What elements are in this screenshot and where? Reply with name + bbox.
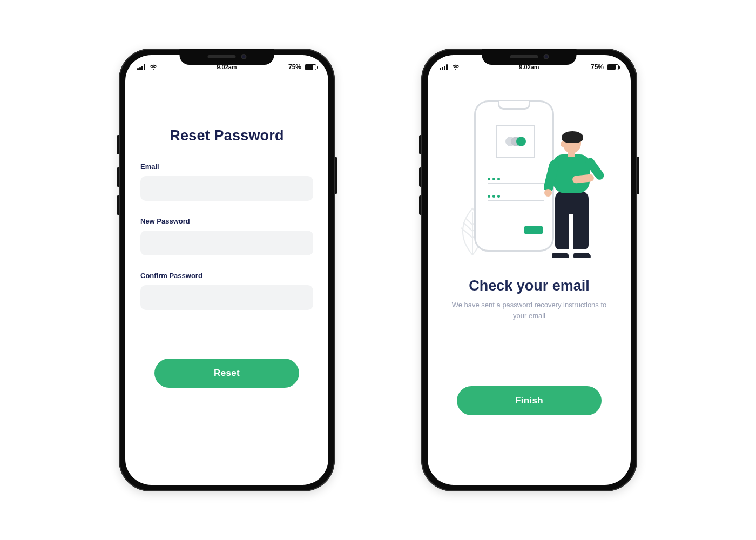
page-title: Reset Password [140,127,313,144]
battery-icon [305,64,316,70]
speaker-slot [510,55,538,58]
email-input[interactable] [140,176,313,201]
new-password-input[interactable] [140,231,313,255]
status-left [440,64,460,70]
speaker-slot [207,55,235,58]
person-illustration-icon [537,133,596,257]
confirm-password-input[interactable] [140,285,313,310]
confirm-password-label: Confirm Password [140,272,313,280]
device-frame-confirm: 9.02am 75% [421,49,637,491]
page-title: Check your email [443,278,616,294]
wifi-icon [150,64,157,70]
cellular-signal-icon [137,64,145,70]
field-email: Email [140,163,313,201]
screen-check-email: 9.02am 75% [428,55,631,485]
battery-icon [607,64,619,70]
battery-percentage: 75% [591,63,604,71]
device-frame-reset: 9.02am 75% Reset Password Email New Pass… [119,49,335,491]
battery-percentage: 75% [288,63,301,71]
new-password-label: New Password [140,217,313,225]
field-new-password: New Password [140,217,313,255]
wifi-icon [452,64,460,70]
check-email-illustration [443,95,616,262]
email-label: Email [140,163,313,171]
status-right: 75% [288,63,316,71]
front-camera [543,54,549,59]
reset-button[interactable]: Reset [154,359,299,388]
status-right: 75% [591,63,619,71]
reset-form: Reset Password Email New Password Confir… [125,79,328,388]
finish-button[interactable]: Finish [457,386,602,415]
device-notch [482,49,577,65]
status-left [137,64,157,70]
field-confirm-password: Confirm Password [140,272,313,310]
cellular-signal-icon [440,64,448,70]
screen-reset-password: 9.02am 75% Reset Password Email New Pass… [125,55,328,485]
confirmation-content: Check your email We have sent a password… [428,79,631,415]
device-notch [180,49,274,65]
illustration-logo-icon [496,125,535,158]
page-subtitle: We have sent a password recovery instruc… [443,300,616,321]
front-camera [241,54,246,59]
